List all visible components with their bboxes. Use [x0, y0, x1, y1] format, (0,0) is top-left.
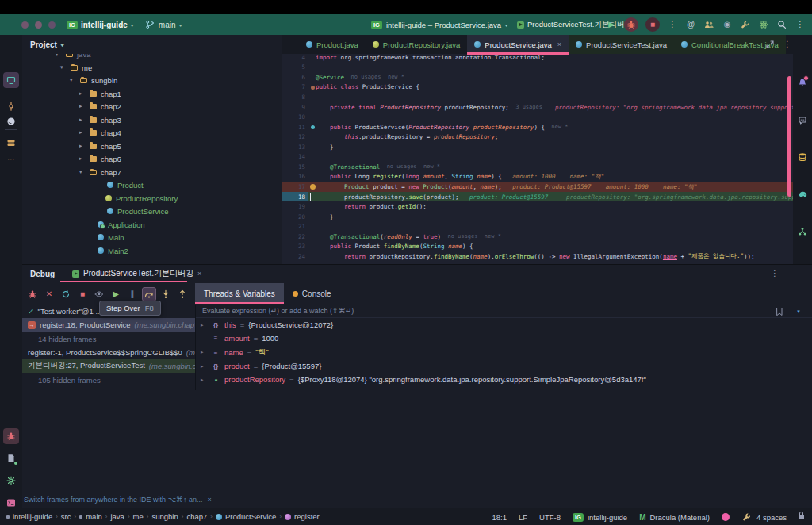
close-icon[interactable]: × [197, 270, 201, 278]
plugins-button[interactable] [758, 19, 769, 30]
close-window-button[interactable] [21, 21, 29, 29]
build-tools-button[interactable] [740, 19, 751, 30]
variable-row[interactable]: ▸{}this={ProductService@12072} [196, 318, 812, 331]
theme-widget[interactable]: M Dracula (Material) [639, 513, 710, 522]
chevron-right-icon[interactable]: ▸ [201, 377, 207, 383]
frame-row[interactable]: 14 hidden frames [22, 332, 196, 346]
breadcrumb-java[interactable]: java [110, 512, 124, 521]
tree-item-chap3[interactable]: ▸chap3 [22, 113, 282, 126]
step-out-button[interactable] [175, 287, 190, 301]
tree-item-Application[interactable]: Application [22, 218, 282, 231]
chevron-right-icon[interactable]: ▸ [201, 349, 207, 355]
project-widget[interactable]: IG intellij-guide [573, 513, 627, 522]
tree-item-sungbin[interactable]: ▾sungbin [22, 74, 282, 86]
debug-tool-button[interactable] [3, 428, 19, 444]
variable-row[interactable]: ▸▪▪productRepository={$Proxy118@12074} "… [196, 373, 812, 386]
indent-widget[interactable]: 4 spaces [741, 512, 787, 523]
tree-item-chap6[interactable]: ▸chap6 [22, 152, 282, 165]
project-switcher[interactable]: IG intellij-guide ▾ [67, 21, 133, 29]
stop-button[interactable]: ■ [645, 17, 660, 32]
breadcrumb-src[interactable]: src [61, 512, 71, 521]
rerun-debug-button[interactable] [25, 287, 40, 301]
github-tool-button[interactable] [3, 113, 19, 129]
notifications-button[interactable] [795, 75, 810, 90]
search-everywhere-button[interactable] [776, 19, 787, 30]
project-panel-header[interactable]: Project ▾ [22, 35, 282, 54]
tree-item-chap4[interactable]: ▸chap4 [22, 126, 282, 139]
breadcrumb-sungbin[interactable]: sungbin [151, 512, 178, 521]
database-tool-button[interactable] [795, 149, 810, 165]
breadcrumb-me[interactable]: me [133, 512, 144, 521]
caret-position[interactable]: 18:1 [492, 513, 508, 522]
frame-row[interactable]: 105 hidden frames [22, 374, 196, 387]
pause-button[interactable]: ∥ [125, 287, 140, 301]
gradle-tool-button[interactable] [795, 186, 810, 202]
frame-row[interactable]: register:-1, ProductService$$SpringCGLIB… [22, 346, 196, 359]
step-into-button[interactable] [159, 287, 173, 301]
bp-gutter-icon[interactable] [310, 184, 316, 190]
bookmark-icon[interactable] [774, 306, 785, 317]
close-session-button[interactable]: ✕ [42, 287, 56, 301]
ai-assistant-button[interactable] [795, 113, 810, 128]
chevron-right-icon[interactable]: ▸ [201, 363, 207, 370]
debug-tab-Console[interactable]: Console [284, 283, 340, 304]
lock-icon[interactable] [799, 515, 804, 519]
step-over-button[interactable] [142, 287, 156, 301]
view-breakpoints-button[interactable] [92, 287, 106, 301]
branch-switcher[interactable]: main ▾ [144, 19, 182, 30]
more-run-actions-button[interactable]: ⋮ [667, 19, 678, 30]
tree-item-Main[interactable]: Main [22, 231, 282, 243]
commit-tool-button[interactable] [3, 98, 19, 114]
tree-item-Product[interactable]: Product [22, 178, 282, 191]
project-tool-button[interactable] [3, 72, 19, 88]
breadcrumb-main[interactable]: main [79, 512, 102, 521]
dependencies-tool-button[interactable] [795, 224, 810, 240]
debug-tab-Threads & Variables[interactable]: Threads & Variables [195, 283, 284, 304]
file-encoding[interactable]: UTF-8 [539, 513, 561, 522]
structure-tool-button[interactable] [3, 135, 19, 151]
variable-row[interactable]: ▸≡name="책" [196, 346, 812, 359]
tree-item-chap7[interactable]: ▾chap7 [22, 166, 282, 178]
services-tool-button[interactable] [3, 473, 19, 489]
tree-item-Main2[interactable]: Main2 [22, 244, 282, 257]
editor-scrollbar[interactable] [787, 76, 791, 197]
tree-item-me[interactable]: ▾me [22, 61, 282, 74]
minimize-panel-icon[interactable]: — [791, 268, 802, 279]
tree-item-chap2[interactable]: ▸chap2 [22, 100, 282, 113]
evaluate-expression-input[interactable]: Evaluate expression (↵) or add a watch (… [196, 305, 812, 318]
tree-item-ProductRepository[interactable]: ProductRepository [22, 192, 282, 205]
line-separator[interactable]: LF [519, 513, 527, 522]
zoom-window-button[interactable] [48, 21, 56, 29]
window-controls[interactable] [21, 21, 56, 29]
close-icon[interactable]: × [557, 40, 561, 48]
rerun-button[interactable] [59, 287, 73, 301]
more-titlebar-button[interactable]: ⋮ [795, 19, 806, 30]
breadcrumb-intellij-guide[interactable]: intellij-guide [6, 512, 52, 521]
code-editor[interactable]: 4import org.springframework.transaction.… [282, 49, 793, 264]
more-options-icon[interactable]: ⋮ [769, 268, 780, 279]
screen-record-button[interactable]: ◉ [722, 19, 733, 30]
more-tabs-icon[interactable]: ⋮ [782, 39, 793, 50]
debug-button[interactable] [624, 17, 638, 32]
variable-row[interactable]: ▸{}product={Product@15597} [196, 359, 812, 373]
resume-button[interactable]: ▶ [109, 287, 123, 301]
expand-evaluate-icon[interactable]: ▾ [793, 306, 804, 317]
chevron-right-icon[interactable]: ▸ [201, 322, 207, 328]
code-with-me-button[interactable] [703, 19, 714, 30]
frame-row[interactable]: 기본디버깅:27, ProductServiceTest (me.sungbin… [22, 359, 196, 373]
tree-item-chap1[interactable]: ▸chap1 [22, 87, 282, 100]
stop-process-button[interactable]: ■ [75, 287, 90, 301]
tree-item-ProductService[interactable]: ProductService [22, 205, 282, 217]
run-tool-button[interactable] [3, 450, 19, 466]
debug-session-tab[interactable]: ProductServiceTest.기본디버깅 × [72, 268, 201, 279]
close-icon[interactable]: × [207, 496, 211, 504]
frame-row[interactable]: →register:18, ProductService (me.sungbin… [22, 318, 196, 331]
mentions-button[interactable]: @ [685, 19, 696, 30]
more-tools-button[interactable]: ⋯ [3, 151, 19, 167]
variable-row[interactable]: ≡amount=1000 [196, 331, 812, 345]
expand-editor-icon[interactable] [764, 39, 776, 50]
tree-item-chap5[interactable]: ▸chap5 [22, 140, 282, 152]
run-button[interactable]: ▶ [606, 19, 617, 30]
breadcrumb-register[interactable]: register [285, 512, 320, 521]
tree-item-java[interactable]: ▾java [22, 54, 282, 60]
